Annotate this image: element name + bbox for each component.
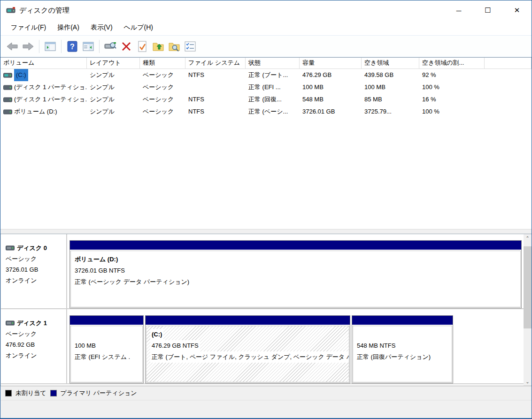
svg-text:?: ? xyxy=(70,43,75,51)
cell-capacity: 548 MB xyxy=(300,93,362,106)
disk-type: ベーシック xyxy=(6,328,62,339)
cell-status: 正常 (回復... xyxy=(246,93,300,106)
cell-capacity: 100 MB xyxy=(300,81,362,93)
show-action-pane-icon[interactable] xyxy=(80,38,96,54)
help-icon[interactable]: ? xyxy=(64,38,80,54)
forward-icon[interactable] xyxy=(20,38,36,54)
col-volume[interactable]: ボリューム xyxy=(0,58,87,69)
cell-filesystem: NTFS xyxy=(185,69,246,81)
volume-drive-icon xyxy=(3,84,12,91)
scroll-up-icon[interactable]: ⌃ xyxy=(524,234,532,242)
volume-list-pane: ボリューム レイアウト 種類 ファイル システム 状態 容量 空き領域 空き領域… xyxy=(0,57,532,229)
cell-status: 正常 (EFI ... xyxy=(246,81,300,93)
col-free-space[interactable]: 空き領域 xyxy=(362,58,419,69)
disk1-label[interactable]: ディスク 1 ベーシック 476.92 GB オンライン xyxy=(1,309,67,383)
change-drive-letter-icon[interactable] xyxy=(150,38,166,54)
partition-recovery[interactable]: 548 MB NTFS 正常 (回復パーティション) xyxy=(352,315,453,383)
properties-icon[interactable] xyxy=(182,38,198,54)
menu-help[interactable]: ヘルプ(H) xyxy=(118,22,159,34)
table-row[interactable]: ボリューム (D:) シンプル ベーシック NTFS 正常 (ベーシ... 37… xyxy=(0,106,532,118)
rescan-disks-icon[interactable] xyxy=(102,38,118,54)
titlebar: ディスクの管理 ─ ☐ ✕ xyxy=(0,0,532,20)
scrollbar-thumb[interactable] xyxy=(524,246,532,328)
legend-primary-label: プライマリ パーティション xyxy=(61,389,137,397)
partition-c-selected[interactable]: (C:) 476.29 GB NTFS 正常 (ブート, ページ ファイル, ク… xyxy=(145,315,350,383)
close-button[interactable]: ✕ xyxy=(502,0,532,20)
disk-size: 3726.01 GB xyxy=(6,264,62,275)
primary-partition-bar xyxy=(70,316,143,326)
col-capacity[interactable]: 容量 xyxy=(300,58,362,69)
cell-free: 439.58 GB xyxy=(362,69,419,81)
primary-partition-bar xyxy=(70,241,521,251)
cell-percent: 100 % xyxy=(419,106,485,118)
table-row[interactable]: (ディスク 1 パーティショ... シンプル ベーシック 正常 (EFI ...… xyxy=(0,81,532,93)
scroll-down-icon[interactable]: ⌄ xyxy=(524,378,532,386)
cell-capacity: 476.29 GB xyxy=(300,69,362,81)
disk-management-window: ディスクの管理 ─ ☐ ✕ ファイル(F) 操作(A) 表示(V) ヘルプ(H)… xyxy=(0,0,532,419)
primary-partition-bar xyxy=(146,316,350,326)
toolbar-separator xyxy=(61,40,62,53)
legend-bar: 未割り当て プライマリ パーティション xyxy=(0,386,532,400)
cell-type: ベーシック xyxy=(140,93,185,106)
volume-name: (C:) xyxy=(14,69,28,81)
col-free-percent[interactable]: 空き領域の割... xyxy=(419,58,485,69)
col-filesystem[interactable]: ファイル システム xyxy=(185,58,246,69)
disk-status: オンライン xyxy=(6,350,62,361)
menu-file[interactable]: ファイル(F) xyxy=(5,22,52,34)
cell-percent: 100 % xyxy=(419,81,485,93)
col-layout[interactable]: レイアウト xyxy=(87,58,140,69)
cell-layout: シンプル xyxy=(87,69,140,81)
volume-name: (ディスク 1 パーティショ... xyxy=(14,81,87,93)
window-title: ディスクの管理 xyxy=(19,6,69,15)
cell-layout: シンプル xyxy=(87,81,140,93)
primary-partition-swatch xyxy=(50,390,57,396)
volume-name: ボリューム (D:) xyxy=(14,106,57,118)
legend-unallocated-label: 未割り当て xyxy=(15,389,46,397)
disk-icon xyxy=(6,245,15,251)
cell-capacity: 3726.01 GB xyxy=(300,106,362,118)
toolbar-separator xyxy=(99,40,100,53)
partition-size: 100 MB xyxy=(75,340,139,351)
col-type[interactable]: 種類 xyxy=(140,58,185,69)
menubar: ファイル(F) 操作(A) 表示(V) ヘルプ(H) xyxy=(0,20,532,36)
cell-free: 3725.79... xyxy=(362,106,419,118)
table-row[interactable]: (ディスク 1 パーティショ... シンプル ベーシック NTFS 正常 (回復… xyxy=(0,93,532,106)
disk-type: ベーシック xyxy=(6,253,62,264)
maximize-button[interactable]: ☐ xyxy=(473,0,502,20)
volume-name: (ディスク 1 パーティショ... xyxy=(14,93,87,106)
toolbar: ? xyxy=(0,36,532,57)
toolbar-separator xyxy=(39,40,39,53)
partition-title: (C:) xyxy=(150,329,163,340)
primary-partition-bar xyxy=(352,316,453,326)
partition-efi[interactable]: 100 MB 正常 (EFI システム . xyxy=(69,315,144,383)
cell-layout: シンプル xyxy=(87,93,140,106)
partition-size: 3726.01 GB NTFS xyxy=(75,265,517,276)
partition-status: 正常 (回復パーティション) xyxy=(357,351,448,363)
open-explorer-icon[interactable] xyxy=(166,38,182,54)
show-console-tree-icon[interactable] xyxy=(42,38,58,54)
disk-name: ディスク 0 xyxy=(17,243,47,253)
partition-d[interactable]: ボリューム (D:) 3726.01 GB NTFS 正常 (ベーシック データ… xyxy=(69,240,522,308)
mark-partition-active-icon[interactable] xyxy=(134,38,150,54)
back-icon[interactable] xyxy=(4,38,20,54)
partition-size: 548 MB NTFS xyxy=(357,340,448,351)
volume-drive-icon xyxy=(3,72,12,78)
col-blank xyxy=(485,58,532,69)
cell-status: 正常 (ベーシ... xyxy=(246,106,300,118)
pane-splitter[interactable] xyxy=(0,229,532,234)
vertical-scrollbar[interactable]: ⌃ ⌄ xyxy=(524,234,532,386)
table-row[interactable]: (C:) シンプル ベーシック NTFS 正常 (ブート... 476.29 G… xyxy=(0,69,532,81)
menu-action[interactable]: 操作(A) xyxy=(52,22,85,34)
disk1-row: ディスク 1 ベーシック 476.92 GB オンライン 100 MB 正常 (… xyxy=(1,309,524,384)
menu-view[interactable]: 表示(V) xyxy=(85,22,118,34)
col-status[interactable]: 状態 xyxy=(246,58,300,69)
cell-free: 85 MB xyxy=(362,93,419,106)
disk0-label[interactable]: ディスク 0 ベーシック 3726.01 GB オンライン xyxy=(1,234,67,308)
volume-list-header: ボリューム レイアウト 種類 ファイル システム 状態 容量 空き領域 空き領域… xyxy=(0,58,532,69)
cell-layout: シンプル xyxy=(87,106,140,118)
minimize-button[interactable]: ─ xyxy=(444,0,473,20)
cell-status: 正常 (ブート... xyxy=(246,69,300,81)
delete-volume-icon[interactable] xyxy=(118,38,134,54)
cell-type: ベーシック xyxy=(140,106,185,118)
partition-size: 476.29 GB NTFS xyxy=(150,340,200,351)
